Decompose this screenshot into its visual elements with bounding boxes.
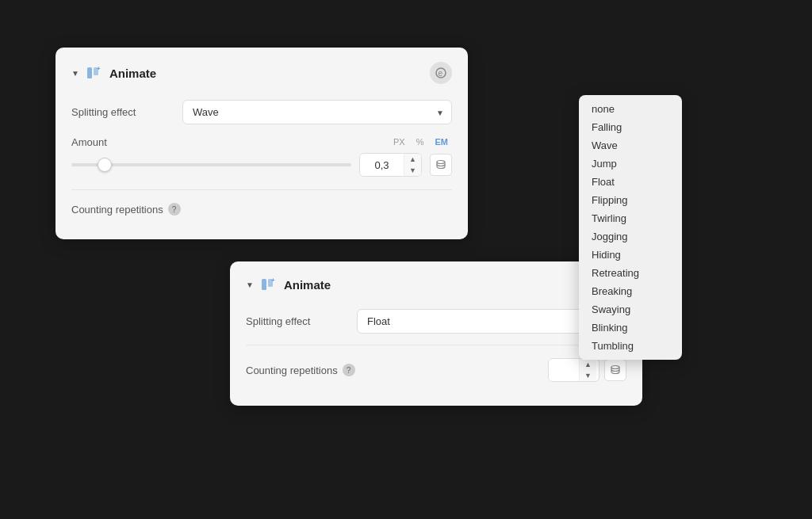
amount-section: Amount PX % EM ▲ ▼ [71, 135, 452, 177]
counting-label-front: Counting repetitions ? [246, 364, 355, 376]
count-spin-down[interactable]: ▼ [580, 370, 596, 381]
amount-header: Amount PX % EM [71, 135, 452, 148]
dropdown-item[interactable]: Twirling [579, 209, 682, 227]
dropdown-item[interactable]: Float [579, 173, 682, 191]
divider-front [246, 345, 626, 345]
svg-rect-0 [87, 67, 92, 78]
divider-back [71, 189, 452, 190]
dropdown-item[interactable]: Hiding [579, 246, 682, 264]
svg-text:+: + [97, 65, 101, 72]
svg-point-5 [437, 161, 445, 164]
amount-input-wrapper: ▲ ▼ [359, 153, 422, 177]
count-input-wrapper: ▲ ▼ [548, 358, 599, 382]
amount-label: Amount [71, 136, 107, 148]
dropdown-item[interactable]: Jogging [579, 227, 682, 246]
spin-buttons: ▲ ▼ [404, 154, 421, 176]
splitting-effect-row-back: Splitting effect Wave ▼ [71, 100, 452, 124]
unit-selector: PX % EM [389, 135, 452, 148]
svg-text:e: e [439, 69, 443, 78]
counting-row-back: Counting repetitions ? [71, 203, 452, 216]
animate-panel-back: ▼ + Animate e Splitting effect Wave ▼ Am… [56, 48, 468, 239]
counting-label-back: Counting repetitions ? [71, 203, 181, 216]
spin-up[interactable]: ▲ [404, 154, 421, 165]
plugin-icon-front: + [260, 276, 278, 293]
dropdown-item[interactable]: Blinking [579, 319, 682, 337]
count-spin-buttons: ▲ ▼ [579, 359, 596, 381]
slider-track [71, 163, 351, 166]
dropdown-item[interactable]: Swaying [579, 300, 682, 319]
slider-thumb[interactable] [98, 158, 112, 172]
dropdown-item[interactable]: Breaking [579, 282, 682, 300]
count-spin-up[interactable]: ▲ [580, 359, 596, 370]
amount-row: ▲ ▼ [71, 153, 452, 177]
count-input[interactable] [549, 360, 579, 381]
collapse-arrow-back[interactable]: ▼ [71, 69, 79, 78]
panel-title-front: Animate [284, 278, 626, 292]
svg-point-9 [611, 366, 619, 369]
counting-controls: ▲ ▼ [548, 358, 626, 382]
dropdown-item[interactable]: Wave [579, 136, 682, 155]
dropdown-item[interactable]: Falling [579, 118, 682, 136]
svg-rect-6 [262, 279, 266, 290]
amount-input[interactable] [360, 155, 404, 176]
counting-row-front: Counting repetitions ? ▲ ▼ [246, 358, 626, 382]
dropdown-item[interactable]: none [579, 100, 682, 118]
panel-header-back: ▼ + Animate e [71, 62, 452, 84]
dropdown-item[interactable]: Retreating [579, 264, 682, 282]
help-icon-back[interactable]: ? [168, 203, 181, 216]
settings-icon-back[interactable]: e [430, 62, 452, 84]
splitting-effect-label-back: Splitting effect [71, 106, 174, 118]
unit-em[interactable]: EM [431, 135, 453, 148]
panel-header-front: ▼ + Animate [246, 276, 626, 293]
splitting-effect-select-wrapper-back: Wave ▼ [182, 100, 452, 124]
help-icon-front[interactable]: ? [343, 364, 355, 376]
dropdown-item[interactable]: Jump [579, 155, 682, 173]
unit-px[interactable]: PX [389, 135, 409, 148]
unit-percent[interactable]: % [412, 135, 428, 148]
collapse-arrow-front[interactable]: ▼ [246, 280, 254, 289]
splitting-effect-label-front: Splitting effect [246, 315, 349, 327]
dropdown-item[interactable]: Tumbling [579, 337, 682, 355]
splitting-effect-row-front: Splitting effect Float [246, 309, 626, 334]
svg-text:+: + [271, 277, 275, 284]
splitting-effect-select-back[interactable]: Wave [182, 100, 452, 124]
db-icon-amount[interactable] [430, 154, 452, 176]
splitting-effect-dropdown: noneFallingWaveJumpFloatFlippingTwirling… [579, 95, 682, 360]
plugin-icon-back: + [86, 64, 103, 82]
amount-slider[interactable] [71, 157, 351, 173]
dropdown-item[interactable]: Flipping [579, 191, 682, 209]
spin-down[interactable]: ▼ [404, 165, 421, 176]
db-icon-count[interactable] [604, 359, 626, 381]
panel-title-back: Animate [109, 67, 423, 80]
